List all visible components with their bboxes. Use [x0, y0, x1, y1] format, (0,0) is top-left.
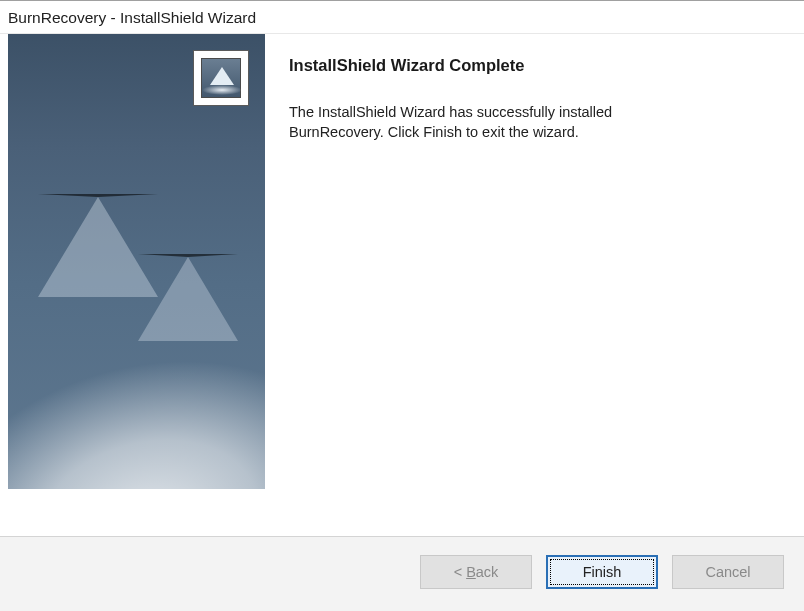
cancel-button: Cancel — [672, 555, 784, 589]
decorative-triangle-icon — [138, 254, 238, 341]
wizard-heading: InstallShield Wizard Complete — [289, 56, 780, 75]
installshield-logo-icon — [201, 58, 241, 98]
button-row: < Back Finish Cancel — [0, 536, 804, 611]
main-panel: InstallShield Wizard Complete The Instal… — [265, 34, 804, 536]
back-rest: ack — [476, 564, 499, 580]
wizard-sidebar-image — [8, 34, 265, 489]
wizard-body-text: The InstallShield Wizard has successfull… — [289, 103, 709, 142]
back-hotkey: B — [466, 564, 476, 580]
finish-button[interactable]: Finish — [546, 555, 658, 589]
back-button: < Back — [420, 555, 532, 589]
installshield-logo-box — [193, 50, 249, 106]
back-prefix: < — [454, 564, 467, 580]
window-title: BurnRecovery - InstallShield Wizard — [0, 1, 804, 34]
content-area: InstallShield Wizard Complete The Instal… — [0, 34, 804, 536]
window-title-text: BurnRecovery - InstallShield Wizard — [8, 9, 256, 26]
